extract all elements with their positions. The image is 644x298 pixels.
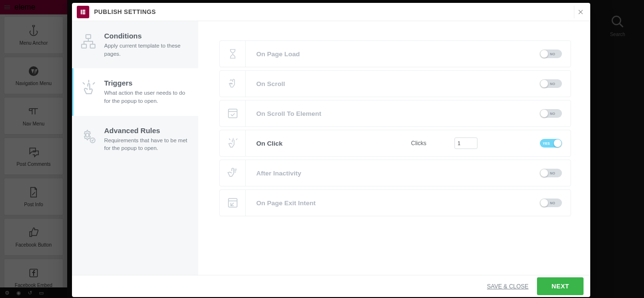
sidebar-item-desc: Apply current template to these pages. (104, 42, 191, 58)
sidebar-item-advanced-rules[interactable]: Advanced Rules Requirements that have to… (72, 116, 198, 163)
clicks-label: Clicks (411, 140, 427, 147)
trigger-on-scroll: On Scroll NO (219, 70, 571, 97)
exit-intent-icon (220, 190, 246, 216)
trigger-on-click: On Click Clicks YES (219, 130, 571, 157)
advanced-rules-icon (80, 127, 97, 145)
next-button[interactable]: NEXT (537, 277, 584, 295)
conditions-icon (80, 33, 97, 50)
close-icon (577, 9, 584, 15)
trigger-label: On Page Exit Intent (246, 199, 351, 207)
svg-rect-8 (228, 109, 237, 118)
triggers-icon (80, 80, 97, 97)
trigger-on-page-load: On Page Load NO (219, 40, 571, 67)
triggers-panel: On Page Load NO On Scroll NO (198, 21, 590, 275)
sidebar-item-desc: What action the user needs to do for the… (104, 89, 191, 105)
trigger-on-page-exit-intent: On Page Exit Intent NO (219, 189, 571, 216)
click-icon (220, 130, 246, 156)
scroll-to-element-icon (220, 100, 246, 126)
trigger-toggle[interactable]: NO (540, 169, 562, 177)
sidebar-item-conditions[interactable]: Conditions Apply current template to the… (72, 21, 198, 68)
sidebar-item-title: Triggers (104, 79, 191, 87)
trigger-on-scroll-to-element: On Scroll To Element NO (219, 100, 571, 127)
hourglass-icon (220, 41, 246, 67)
trigger-toggle[interactable]: NO (540, 109, 562, 118)
modal-title: PUBLISH SETTINGS (94, 9, 156, 15)
trigger-after-inactivity: After Inactivity NO (219, 160, 571, 186)
trigger-label: After Inactivity (246, 170, 351, 177)
elementor-logo-icon (77, 6, 89, 18)
trigger-toggle[interactable]: NO (540, 50, 562, 58)
modal-header: PUBLISH SETTINGS (72, 3, 590, 21)
trigger-label: On Scroll To Element (246, 110, 351, 117)
trigger-toggle[interactable]: NO (540, 199, 562, 207)
svg-rect-3 (86, 35, 91, 38)
trigger-label: On Scroll (246, 80, 351, 87)
sidebar-item-triggers[interactable]: Triggers What action the user needs to d… (72, 68, 198, 115)
sidebar-item-desc: Requirements that have to be met for the… (104, 137, 191, 152)
svg-rect-5 (90, 44, 95, 48)
trigger-label: On Page Load (246, 50, 351, 58)
scroll-icon (220, 71, 246, 97)
modal-footer: SAVE & CLOSE NEXT (72, 275, 590, 297)
clicks-input[interactable] (454, 137, 477, 149)
sidebar-item-title: Advanced Rules (104, 126, 191, 135)
save-and-close-link[interactable]: SAVE & CLOSE (487, 283, 528, 290)
sidebar-item-title: Conditions (104, 32, 191, 40)
svg-rect-4 (82, 44, 86, 48)
trigger-label: On Click (246, 140, 351, 147)
trigger-toggle[interactable]: NO (540, 79, 562, 88)
settings-sidebar: Conditions Apply current template to the… (72, 21, 198, 275)
publish-settings-modal: PUBLISH SETTINGS Conditions Apply curren… (72, 3, 590, 297)
trigger-toggle[interactable]: YES (540, 139, 562, 148)
inactivity-icon (220, 160, 246, 186)
close-button[interactable] (574, 6, 586, 18)
